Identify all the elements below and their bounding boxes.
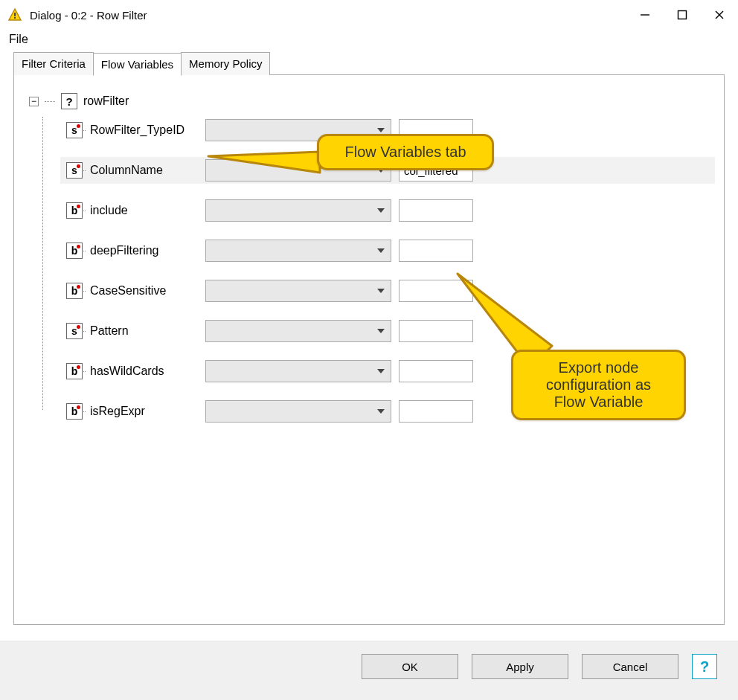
row-label: RowFilter_TypeID (90, 123, 205, 137)
callout-tail (455, 272, 545, 353)
row-label: hasWildCards (90, 365, 205, 378)
row-label: isRegExpr (90, 405, 205, 418)
export-var-input[interactable] (399, 199, 473, 222)
callout-tail (208, 150, 327, 180)
menu-file[interactable]: File (9, 33, 28, 45)
string-type-icon: s (66, 323, 83, 339)
string-type-icon: s (66, 162, 83, 179)
svg-rect-2 (14, 17, 16, 19)
boolean-type-icon: b (66, 363, 83, 379)
apply-button[interactable]: Apply (472, 654, 568, 679)
minimize-button[interactable] (626, 0, 664, 30)
row-label: include (90, 204, 205, 217)
tabs: Filter Criteria Flow Variables Memory Po… (13, 52, 725, 75)
flow-var-select[interactable] (205, 320, 391, 342)
window-title: Dialog - 0:2 - Row Filter (30, 9, 147, 22)
string-type-icon: s (66, 122, 83, 138)
cancel-button[interactable]: Cancel (582, 654, 678, 679)
callout-export-config: Export node configuration as Flow Variab… (511, 350, 686, 420)
boolean-type-icon: b (66, 283, 83, 299)
boolean-type-icon: b (66, 202, 83, 219)
row-deepfiltering: b deepFiltering (66, 237, 709, 264)
row-label: ColumnName (90, 164, 205, 177)
help-button[interactable]: ? (692, 654, 717, 679)
svg-rect-1 (14, 13, 16, 16)
dialog-footer: OK Apply Cancel ? (0, 640, 738, 700)
menubar: File (0, 30, 738, 52)
row-label: Pattern (90, 324, 205, 338)
svg-marker-7 (208, 152, 320, 173)
tab-filter-criteria[interactable]: Filter Criteria (13, 52, 94, 75)
row-label: deepFiltering (90, 244, 205, 257)
export-var-input[interactable] (399, 400, 473, 423)
boolean-type-icon: b (66, 243, 83, 259)
window-controls (626, 0, 738, 30)
flow-var-select[interactable] (205, 240, 391, 262)
row-pattern: s Pattern (66, 318, 709, 344)
flow-var-select[interactable] (205, 199, 391, 222)
maximize-button[interactable] (664, 0, 701, 30)
tree-root[interactable]: − ? rowFilter (29, 93, 709, 109)
row-casesensitive: b CaseSensitive (66, 277, 709, 304)
boolean-type-icon: b (66, 403, 83, 420)
question-icon: ? (61, 93, 77, 109)
tab-flow-variables[interactable]: Flow Variables (93, 53, 182, 76)
svg-rect-4 (678, 11, 687, 19)
close-button[interactable] (701, 0, 738, 30)
row-include: b include (66, 197, 709, 224)
flow-var-select[interactable] (205, 280, 391, 302)
ok-button[interactable]: OK (362, 654, 458, 679)
callout-flow-variables-tab: Flow Variables tab (317, 134, 494, 170)
flow-var-select[interactable] (205, 360, 391, 382)
tree-collapse-icon[interactable]: − (29, 97, 39, 106)
tree-root-label: rowFilter (83, 94, 129, 108)
tab-memory-policy[interactable]: Memory Policy (181, 52, 270, 75)
export-var-input[interactable] (399, 240, 473, 262)
titlebar: Dialog - 0:2 - Row Filter (0, 0, 738, 30)
app-icon (7, 7, 22, 22)
flow-var-select[interactable] (205, 400, 391, 423)
row-label: CaseSensitive (90, 284, 205, 298)
